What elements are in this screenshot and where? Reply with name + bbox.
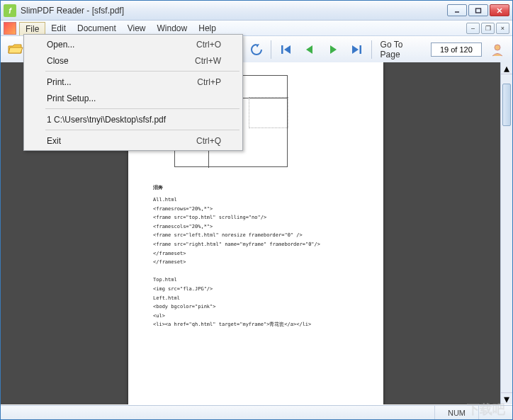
svg-rect-4 — [281, 45, 283, 54]
menu-edit[interactable]: Edit — [45, 21, 72, 35]
last-page-button[interactable] — [346, 39, 366, 60]
menu-separator — [45, 71, 239, 72]
page-number-input[interactable] — [431, 42, 482, 57]
menu-item-print-setup[interactable]: Print Setup... — [26, 90, 241, 106]
next-page-button[interactable] — [322, 39, 343, 60]
open-file-button[interactable] — [5, 39, 26, 60]
vertical-scrollbar[interactable]: ▴ ▾ — [500, 62, 512, 404]
menu-item-print[interactable]: Print...Ctrl+P — [26, 74, 241, 90]
close-button[interactable] — [490, 4, 509, 16]
file-menu-dropdown: Open...Ctrl+O CloseCtrl+W Print...Ctrl+P… — [23, 34, 243, 151]
rotate-right-button[interactable] — [246, 39, 266, 60]
doc-icon — [4, 22, 16, 35]
status-num-indicator: NUM — [434, 406, 478, 419]
titlebar: f SlimPDF Reader - [sfsf.pdf] — [1, 1, 512, 21]
mdi-restore-button[interactable]: ❐ — [481, 23, 495, 34]
document-content: All.html <framesrows="20%,*"> <frame src… — [153, 195, 359, 329]
menu-item-open[interactable]: Open...Ctrl+O — [26, 36, 241, 52]
app-icon: f — [4, 4, 16, 17]
menu-separator — [45, 108, 239, 109]
menu-separator — [45, 130, 239, 130]
toolbar-separator — [371, 40, 372, 59]
menu-item-close[interactable]: CloseCtrl+W — [26, 52, 241, 69]
scroll-up-button[interactable]: ▴ — [501, 62, 512, 74]
menu-document[interactable]: Document — [72, 21, 122, 35]
svg-rect-5 — [360, 45, 362, 54]
menu-window[interactable]: Window — [152, 21, 193, 35]
menu-help[interactable]: Help — [193, 21, 222, 35]
menu-item-recent-1[interactable]: 1 C:\Users\tnyi\Desktop\sfsf.pdf — [26, 111, 241, 127]
minimize-button[interactable] — [447, 4, 467, 16]
svg-rect-1 — [476, 8, 481, 13]
statusbar: NUM 下载吧 — [1, 405, 512, 419]
mdi-close-button[interactable]: × — [496, 23, 509, 34]
scroll-down-button[interactable]: ▾ — [501, 392, 512, 404]
scroll-thumb[interactable] — [502, 84, 511, 126]
toolbar-separator — [271, 40, 271, 59]
mdi-minimize-button[interactable]: – — [466, 23, 480, 34]
svg-point-6 — [495, 45, 500, 50]
prev-page-button[interactable] — [299, 39, 320, 60]
first-page-button[interactable] — [276, 39, 296, 60]
user-button[interactable] — [487, 39, 508, 60]
goto-page-label: Go To Page — [380, 40, 424, 59]
window-title: SlimPDF Reader - [sfsf.pdf] — [21, 6, 446, 16]
maximize-button[interactable] — [468, 4, 488, 16]
menu-item-exit[interactable]: ExitCtrl+Q — [26, 132, 241, 149]
menu-view[interactable]: View — [122, 21, 152, 35]
